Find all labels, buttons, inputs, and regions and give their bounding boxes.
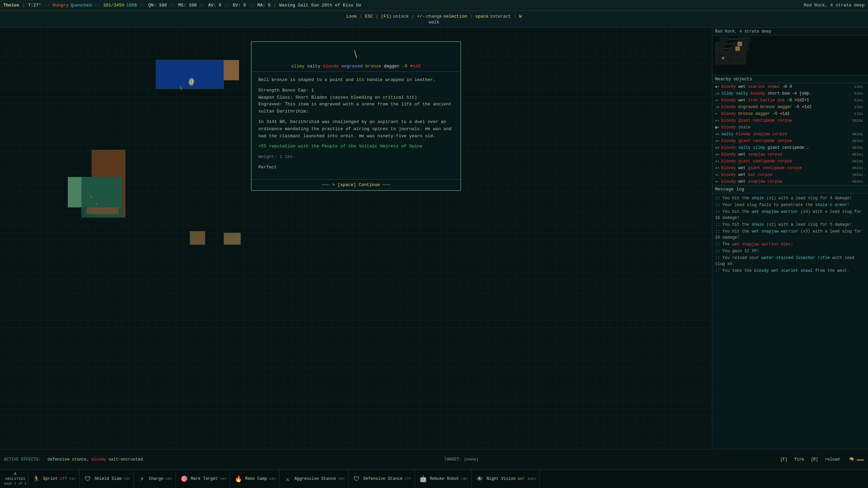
item-preview-area: /: [252, 42, 460, 62]
ma-stat: MA: 5: [257, 3, 271, 8]
hp-display: 301/345#: [103, 3, 124, 8]
reload-key: [R]: [811, 457, 818, 462]
item-description: Bell bronze is shaped to a point and its…: [252, 72, 460, 179]
ability-aggressive-stance[interactable]: ⚔ Aggressive Stance <6>: [279, 470, 348, 488]
nearby-item[interactable]: ◆• bloody wet scarlet shawl →0 0 1lbs.: [712, 83, 868, 90]
map-preview: Red Rock, 4 strata deep ░░░░≈≈≈≈░░░░░░ ░…: [712, 28, 868, 75]
nearby-item[interactable]: • bloody bronze dagger →5 ♥1d2 1lbs.: [712, 110, 868, 117]
temperature: T:27°: [28, 3, 41, 8]
abilities-bar: A ABILITIES page 1 of 2 🏃 Sprint off <1>…: [0, 469, 868, 488]
hungry-status: Hungry: [53, 3, 68, 8]
ability-rebuke-robot[interactable]: 🤖 Rebuke Robot <8>: [415, 470, 472, 488]
ability-charge[interactable]: ⚡ Charge <3>: [134, 470, 176, 488]
fire-key: [F]: [780, 457, 788, 462]
charge-icon: ⚡: [137, 474, 147, 484]
keybind-row-1: Look | ESC | (F1) unlock | +/- change se…: [346, 14, 521, 19]
reload-label: reload: [825, 457, 840, 462]
nearby-item[interactable]: ✦• bloody wet snapjaw corpse 40lbs.: [712, 151, 868, 158]
nearby-item[interactable]: ✦← bloody wet bat corpse 10lbs.: [712, 171, 868, 178]
ms-stat: MS: 100: [178, 3, 197, 8]
continue-bar[interactable]: ─── > [space] Continue ───: [252, 179, 460, 190]
char-name: Tholos: [3, 3, 19, 8]
nearby-item[interactable]: ✦← bloody wet snapjaw corpse 40lbs.: [712, 178, 868, 185]
quenched-status: Quenched: [71, 3, 92, 8]
log-entry: :: Your lead slug fails to penetrate the…: [715, 202, 865, 208]
map-location-title: Red Rock, 4 strata deep: [712, 28, 868, 36]
message-log-header: Message log: [712, 185, 868, 194]
abilities-label: A ABILITIES page 1 of 2: [3, 470, 28, 488]
item-dagger-icon: /: [350, 49, 362, 61]
message-log: :: You hit the shale (x1) with a lead sl…: [712, 194, 868, 449]
dv-stat: DV: 9: [233, 3, 246, 8]
log-entry: :: You hit the shale (x1) with a lead sl…: [715, 221, 865, 228]
nearby-item[interactable]: ↗s bloody engraved bronze dagger →5 ♥1d2…: [712, 104, 868, 110]
sprint-icon: 🏃: [32, 474, 41, 484]
mark-target-icon: 🎯: [179, 474, 189, 484]
qn-stat: QN: 100: [148, 3, 167, 8]
item-dialog-overlay: / slimy salty bloody engraved bronze dag…: [0, 28, 712, 449]
keybind-bar: Look | ESC | (F1) unlock | +/- change se…: [0, 11, 868, 28]
nearby-item[interactable]: ✦• bloody giant centipede corpse 30lbs.: [712, 158, 868, 165]
ability-make-camp[interactable]: 🔥 Make Camp <5>: [230, 470, 280, 488]
map-ascii: ░░░░≈≈≈≈░░░░░░ ░░░░░≈≈≈░░██░░░ ░░░░≈≈░░░…: [712, 36, 868, 66]
keybind-row-2: walk: [429, 20, 439, 25]
defensive-stance-icon: 🛡: [352, 474, 361, 484]
nearby-objects-panel: Nearby objects ◆• bloody wet scarlet sha…: [712, 75, 868, 185]
nearby-item[interactable]: ✦s bloody salty slimy giant centipede … …: [712, 144, 868, 151]
aggressive-stance-icon: ⚔: [283, 474, 292, 484]
ability-defensive-stance[interactable]: 🛡 Defensive Stance <7>: [349, 470, 415, 488]
right-panel: Red Rock, 4 strata deep ░░░░≈≈≈≈░░░░░░ ░…: [712, 28, 868, 449]
nearby-item[interactable]: ✦• bloody giant centipede corpse 30lbs.: [712, 138, 868, 144]
bottom-status-bar: ACTIVE EFFECTS: defensive stance, bloody…: [0, 449, 868, 469]
log-entry: :: You reload your water-stained Issacha…: [715, 255, 865, 267]
av-stat: AV: 6: [208, 3, 221, 8]
ability-shield-slam[interactable]: 🛡 Shield Slam <2>: [80, 470, 134, 488]
location-display: Red Rock, 4 strata deep: [804, 3, 865, 8]
ability-sprint[interactable]: 🏃 Sprint off <1>: [28, 470, 80, 488]
nearby-item[interactable]: ✦• bloody giant centipede corpse 30lbs.: [712, 117, 868, 124]
target-label: TARGET: (none): [445, 457, 479, 462]
nearby-item[interactable]: ↗← bloody wet iron battle axe →6 ♥1d2+1 …: [712, 97, 868, 104]
log-entry: :: You hit the wet snapjaw warrior (x3) …: [715, 208, 865, 221]
item-dialog: / slimy salty bloody engraved bronze dag…: [251, 41, 461, 191]
game-time: Waxing Salt Sun 28th of Kisu Ux: [279, 3, 361, 8]
log-entry: :: The wet snapjaw warrior dies!: [715, 241, 865, 248]
ability-night-vision[interactable]: 👁 Night Vision on! lon<: [472, 470, 540, 488]
nearby-item[interactable]: ✦s salty bloody snapjaw corpse 40lbs.: [712, 131, 868, 138]
item-full-name: slimy salty bloody engraved bronze dagge…: [252, 62, 460, 72]
shield-slam-icon: 🛡: [83, 474, 93, 484]
log-entry: :: You gain 12 XP!: [715, 248, 865, 255]
nearby-item[interactable]: ✦• bloody wet giant centipede corpse 30l…: [712, 165, 868, 171]
money-display: 180$: [126, 3, 137, 8]
log-entry: :: You take the bloody wet scarlet shawl…: [715, 267, 865, 274]
fire-label: fire: [794, 457, 804, 462]
active-effects-label: ACTIVE EFFECTS:: [4, 457, 41, 462]
make-camp-icon: 🔥: [234, 474, 243, 484]
log-entry: :: You hit the shale (x1) with a lead sl…: [715, 195, 865, 202]
night-vision-icon: 👁: [475, 474, 485, 484]
game-area[interactable]: @ / * * / slimy salty bloody engraved br…: [0, 28, 712, 449]
main-layout: @ / * * / slimy salty bloody engraved br…: [0, 28, 868, 449]
log-entry: :: You hit the wet snapjaw warrior (x3) …: [715, 228, 865, 241]
rebuke-robot-icon: 🤖: [418, 474, 428, 484]
ability-mark-target[interactable]: 🎯 Mark Target <4>: [176, 470, 230, 488]
nearby-item[interactable]: ↙s slimy salty bloody short bow →4 [emp……: [712, 90, 868, 97]
nearby-item[interactable]: ▣• bloody shale: [712, 124, 868, 131]
status-effects: defensive stance, bloody salt-encrusted: [47, 457, 143, 462]
weapon-icon: 🔫 ▬▬▬: [849, 457, 864, 462]
nearby-header: Nearby objects: [712, 75, 868, 83]
top-bar: Tholos | T:27° :: Hungry Quenched :: 301…: [0, 0, 868, 11]
